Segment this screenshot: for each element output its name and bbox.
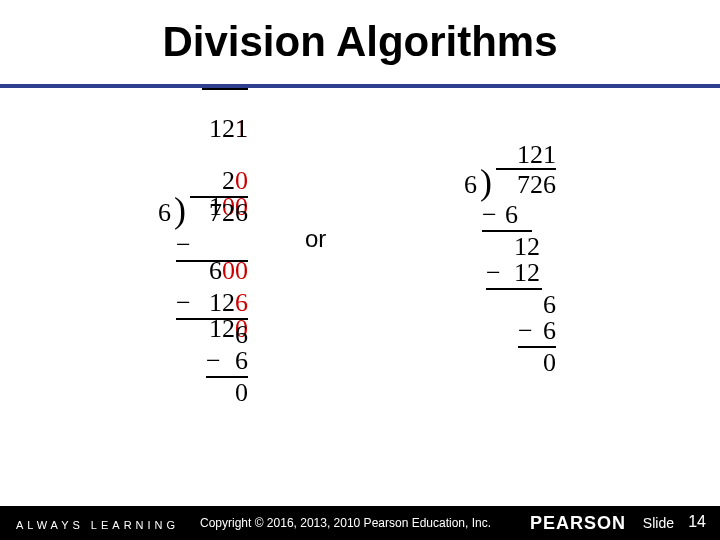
bring-down-6: 6 xyxy=(446,292,556,318)
title-rule xyxy=(0,84,720,88)
copyright-text: Copyright © 2016, 2013, 2010 Pearson Edu… xyxy=(200,516,491,530)
subtract-6: 6 xyxy=(502,202,518,228)
footer-bar: ALWAYS LEARNING Copyright © 2016, 2013, … xyxy=(0,506,720,540)
quotient-total: 121 xyxy=(446,142,556,168)
slide-label: Slide xyxy=(643,515,674,531)
rule-line xyxy=(486,288,542,290)
or-label: or xyxy=(305,225,326,253)
slide-number: 14 xyxy=(688,513,706,531)
minus-icon: − xyxy=(486,260,501,286)
subtract-12: 12 xyxy=(500,260,540,286)
division-bracket-icon: ) xyxy=(174,192,186,228)
divisor: 6 xyxy=(158,200,171,226)
divisor: 6 xyxy=(464,172,477,198)
dividend: 726 xyxy=(496,172,556,198)
remainder-0: 0 xyxy=(446,350,556,376)
bring-down-12: 12 xyxy=(500,234,540,260)
subtract-last-6: 6 xyxy=(446,318,556,344)
dividend: 726 xyxy=(190,200,248,226)
page-title: Division Algorithms xyxy=(0,18,720,66)
remainder-0: 0 xyxy=(128,380,248,406)
subtract-6: 6 xyxy=(128,348,248,374)
partial-quotient-1: 1 xyxy=(128,116,248,142)
pearson-logo: PEARSON xyxy=(530,513,626,534)
division-bracket-icon: ) xyxy=(480,164,492,200)
slide: Division Algorithms or 121 1 20 100 6 ) … xyxy=(0,0,720,540)
always-learning-tagline: ALWAYS LEARNING xyxy=(16,519,179,531)
rule-line xyxy=(176,260,248,262)
remainder-6: 6 xyxy=(128,322,248,348)
minus-icon: − xyxy=(482,202,497,228)
